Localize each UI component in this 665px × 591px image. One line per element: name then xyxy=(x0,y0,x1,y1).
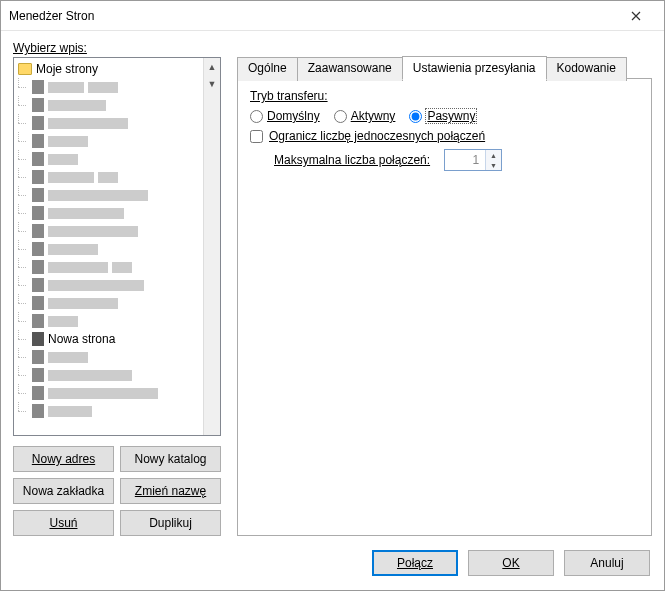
tree-item[interactable] xyxy=(18,132,203,150)
tree-item[interactable] xyxy=(18,276,203,294)
tree-item-label: Nowa strona xyxy=(48,332,115,346)
new-folder-button[interactable]: Nowy katalog xyxy=(120,446,221,472)
duplicate-button[interactable]: Duplikuj xyxy=(120,510,221,536)
new-bookmark-button[interactable]: Nowa zakładka xyxy=(13,478,114,504)
folder-icon xyxy=(18,63,32,75)
tree-item-new-site[interactable]: Nowa strona xyxy=(18,330,203,348)
transfer-mode-label: Tryb transferu: xyxy=(250,89,639,103)
tree-item[interactable] xyxy=(18,240,203,258)
max-connections-spinner[interactable]: ▲ ▼ xyxy=(444,149,502,171)
server-icon xyxy=(32,332,44,346)
tab-general[interactable]: Ogólne xyxy=(237,57,298,81)
connect-button[interactable]: Połącz xyxy=(372,550,458,576)
spinner-down-icon[interactable]: ▼ xyxy=(486,160,501,170)
tree-item[interactable] xyxy=(18,384,203,402)
dialog-footer: Połącz OK Anuluj xyxy=(1,536,664,590)
radio-active[interactable]: Aktywny xyxy=(334,109,396,123)
tab-bar: Ogólne Zaawansowane Ustawienia przesyłan… xyxy=(237,55,652,79)
limit-connections-checkbox[interactable]: Ogranicz liczbę jednoczesnych połączeń xyxy=(250,129,485,143)
tree-scrollbar[interactable]: ▲ ▼ xyxy=(203,58,220,435)
tree-item[interactable] xyxy=(18,312,203,330)
tree-root-label: Moje strony xyxy=(36,62,98,76)
tree-item[interactable] xyxy=(18,204,203,222)
ok-button[interactable]: OK xyxy=(468,550,554,576)
close-button[interactable] xyxy=(616,2,656,30)
tree-item[interactable] xyxy=(18,348,203,366)
tree-item[interactable] xyxy=(18,168,203,186)
close-icon xyxy=(631,11,641,21)
tab-transfer-settings[interactable]: Ustawienia przesyłania xyxy=(402,56,547,80)
tree-item[interactable] xyxy=(18,78,203,96)
new-site-button[interactable]: Nowy adres xyxy=(13,446,114,472)
site-manager-dialog: Menedżer Stron Wybierz wpis: Moje strony xyxy=(0,0,665,591)
tree-item[interactable] xyxy=(18,402,203,420)
transfer-settings-panel: Tryb transferu: Domyślny Aktywny Pasywny xyxy=(237,79,652,536)
tree-item[interactable] xyxy=(18,258,203,276)
window-title: Menedżer Stron xyxy=(9,9,616,23)
radio-passive[interactable]: Pasywny xyxy=(409,109,476,123)
tab-charset[interactable]: Kodowanie xyxy=(546,57,627,81)
select-entry-label: Wybierz wpis: xyxy=(13,41,221,55)
titlebar: Menedżer Stron xyxy=(1,1,664,31)
max-connections-label: Maksymalna liczba połączeń: xyxy=(274,153,430,167)
tree-item[interactable] xyxy=(18,114,203,132)
max-connections-input[interactable] xyxy=(445,150,485,170)
tree-root[interactable]: Moje strony xyxy=(18,60,203,78)
delete-button[interactable]: Usuń xyxy=(13,510,114,536)
tree-item[interactable] xyxy=(18,186,203,204)
rename-button[interactable]: Zmień nazwę xyxy=(120,478,221,504)
tree-item[interactable] xyxy=(18,366,203,384)
tab-advanced[interactable]: Zaawansowane xyxy=(297,57,403,81)
tree-item[interactable] xyxy=(18,150,203,168)
tree-item[interactable] xyxy=(18,96,203,114)
tree-item[interactable] xyxy=(18,222,203,240)
site-tree[interactable]: Moje strony xyxy=(13,57,221,436)
radio-default[interactable]: Domyślny xyxy=(250,109,320,123)
cancel-button[interactable]: Anuluj xyxy=(564,550,650,576)
tree-item[interactable] xyxy=(18,294,203,312)
spinner-up-icon[interactable]: ▲ xyxy=(486,150,501,160)
scroll-up-icon[interactable]: ▲ xyxy=(204,58,220,75)
scroll-down-icon[interactable]: ▼ xyxy=(204,75,220,92)
